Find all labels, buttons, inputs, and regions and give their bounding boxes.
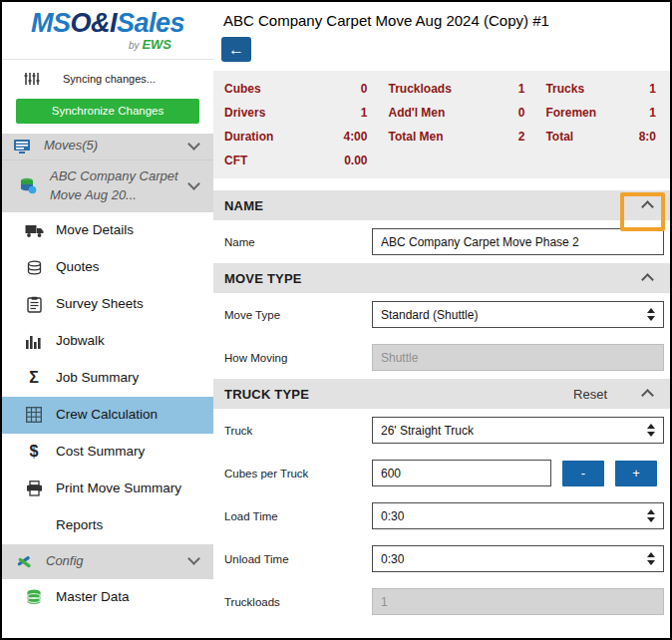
- unload-time-value: 0:30: [381, 552, 639, 566]
- truck-field-row: Truck 26' Straight Truck: [213, 409, 670, 452]
- decrement-button[interactable]: -: [562, 461, 604, 486]
- chevron-up-icon[interactable]: [641, 200, 654, 213]
- updown-arrows-icon: [639, 552, 655, 565]
- name-field-label: Name: [224, 236, 372, 248]
- summary-label: Truckloads: [388, 82, 451, 96]
- calculator-icon: [22, 407, 46, 423]
- sidebar-item-print-move-summary[interactable]: Print Move Summary: [2, 471, 213, 507]
- truck-field-label: Truck: [224, 425, 372, 437]
- sidebar-item-quotes[interactable]: Quotes: [2, 249, 213, 286]
- section-header-move-type[interactable]: MOVE TYPE: [213, 263, 670, 293]
- sidebar-item-moves-5[interactable]: Moves(5): [2, 134, 213, 160]
- clipboard-icon: [22, 296, 46, 313]
- truck-value: 26' Straight Truck: [381, 424, 639, 438]
- sidebar-item-label: Print Move Summary: [56, 479, 203, 498]
- logo-oi: O&I: [70, 8, 117, 38]
- summary-label: Add'l Men: [388, 106, 445, 120]
- summary-label: Cubes: [224, 82, 261, 96]
- truckloads-field: 1: [372, 588, 664, 615]
- summary-label: Total Men: [388, 130, 443, 144]
- how-moving-field-row: How Moving Shuttle: [213, 336, 670, 379]
- main-content: ABC Company Carpet Move Aug 2024 (Copy) …: [213, 2, 670, 638]
- summary-value: 0: [518, 106, 525, 120]
- summary-value: 1: [649, 106, 656, 120]
- logo-subtitle: by EWS: [2, 37, 213, 52]
- sidebar-item-move-details[interactable]: Move Details: [2, 212, 213, 249]
- section-header-truck-type[interactable]: TRUCK TYPE Reset: [213, 379, 670, 409]
- masterdata-icon: [22, 589, 46, 605]
- section-title-name: NAME: [224, 198, 643, 213]
- summary-cell-total-men: Total Men2: [379, 125, 536, 149]
- summary-panel: Cubes0Truckloads1Trucks1Drivers1Add'l Me…: [213, 71, 670, 178]
- sidebar-item-label: Master Data: [56, 587, 203, 607]
- cubes-per-truck-input[interactable]: [372, 460, 551, 486]
- sidebar-item-survey-sheets[interactable]: Survey Sheets: [2, 286, 213, 323]
- truckloads-field-row: Truckloads 1: [213, 580, 670, 623]
- page-title: ABC Company Carpet Move Aug 2024 (Copy) …: [213, 2, 670, 29]
- summary-cell-truckloads: Truckloads1: [379, 77, 536, 101]
- sidebar-item-label: Move Details: [56, 220, 203, 240]
- chevron-down-icon: [187, 552, 200, 565]
- sidebar-item-label: Survey Sheets: [56, 294, 203, 314]
- logo-by: by: [129, 40, 140, 51]
- sync-status-row: Syncing changes...: [20, 72, 213, 86]
- move-type-field-label: Move Type: [224, 309, 372, 321]
- chevron-up-icon[interactable]: [641, 389, 654, 402]
- sidebar-item-job-summary[interactable]: ΣJob Summary: [2, 360, 213, 397]
- sync-sliders-icon: [20, 72, 44, 86]
- truck-icon: [22, 223, 46, 238]
- summary-value: 8:0: [639, 130, 656, 144]
- database-icon: [16, 177, 40, 194]
- reset-button[interactable]: Reset: [573, 387, 607, 402]
- truckloads-field-label: Truckloads: [224, 596, 372, 608]
- summary-label: Trucks: [545, 82, 584, 96]
- sidebar-divider: [2, 59, 213, 60]
- back-arrow-icon: ←: [228, 41, 244, 59]
- sidebar-item-cost-summary[interactable]: $Cost Summary: [2, 434, 213, 471]
- section-header-name[interactable]: NAME: [213, 190, 670, 220]
- summary-cell-total: Total8:0: [536, 125, 668, 149]
- sidebar-item-label: Jobwalk: [56, 331, 203, 351]
- unload-time-spinner[interactable]: 0:30: [372, 545, 664, 572]
- synchronize-changes-button[interactable]: Synchronize Changes: [16, 99, 199, 124]
- chevron-up-icon[interactable]: [641, 273, 654, 286]
- load-time-spinner[interactable]: 0:30: [372, 502, 664, 529]
- sidebar-item-abc-company-carpet-move-aug-20[interactable]: ABC Company Carpet Move Aug 20...: [2, 160, 213, 212]
- increment-button[interactable]: +: [615, 461, 657, 486]
- sidebar-item-jobwalk[interactable]: Jobwalk: [2, 323, 213, 360]
- cubes-per-truck-field-label: Cubes per Truck: [224, 468, 372, 480]
- sidebar-item-label: Cost Summary: [56, 442, 203, 462]
- logo-wordmark: MSO&ISales: [2, 9, 213, 39]
- dollar-icon: $: [22, 444, 46, 460]
- sidebar-nav: Moves(5)ABC Company Carpet Move Aug 20..…: [2, 134, 213, 616]
- truck-select[interactable]: 26' Straight Truck: [372, 417, 664, 444]
- coins-icon: [22, 260, 46, 275]
- back-button[interactable]: ←: [221, 37, 251, 62]
- how-moving-field: Shuttle: [372, 344, 664, 371]
- truckloads-value: 1: [381, 595, 388, 609]
- section-title-move-type: MOVE TYPE: [224, 271, 643, 286]
- updown-arrows-icon: [639, 308, 655, 321]
- summary-label: Duration: [224, 130, 273, 144]
- sidebar: MSO&ISales by EWS Syncing changes... Syn…: [2, 2, 213, 638]
- name-field-row: Name: [213, 220, 670, 263]
- sidebar-item-master-data[interactable]: Master Data: [2, 579, 213, 616]
- summary-label: Total: [545, 130, 573, 144]
- summary-value: 4:00: [343, 130, 367, 144]
- load-time-field-row: Load Time 0:30: [213, 494, 670, 537]
- summary-cell-cft: CFT0.00: [215, 149, 379, 172]
- sidebar-item-reports[interactable]: Reports: [2, 507, 213, 544]
- sidebar-item-label: Job Summary: [56, 368, 203, 388]
- sidebar-item-label: Moves(5): [44, 137, 189, 156]
- sidebar-item-config[interactable]: Config: [2, 544, 213, 579]
- barchart-icon: [22, 334, 46, 349]
- sidebar-item-crew-calculation[interactable]: Crew Calculation: [2, 397, 213, 434]
- summary-cell-add-l-men: Add'l Men0: [379, 101, 536, 125]
- summary-label: Drivers: [224, 106, 265, 120]
- logo-ews: EWS: [142, 37, 171, 52]
- chevron-down-icon: [187, 177, 200, 190]
- name-input[interactable]: [372, 228, 664, 255]
- updown-arrows-icon: [639, 424, 655, 437]
- move-type-select[interactable]: Standard (Shuttle): [372, 301, 664, 328]
- cubes-per-truck-field-row: Cubes per Truck - +: [213, 452, 670, 494]
